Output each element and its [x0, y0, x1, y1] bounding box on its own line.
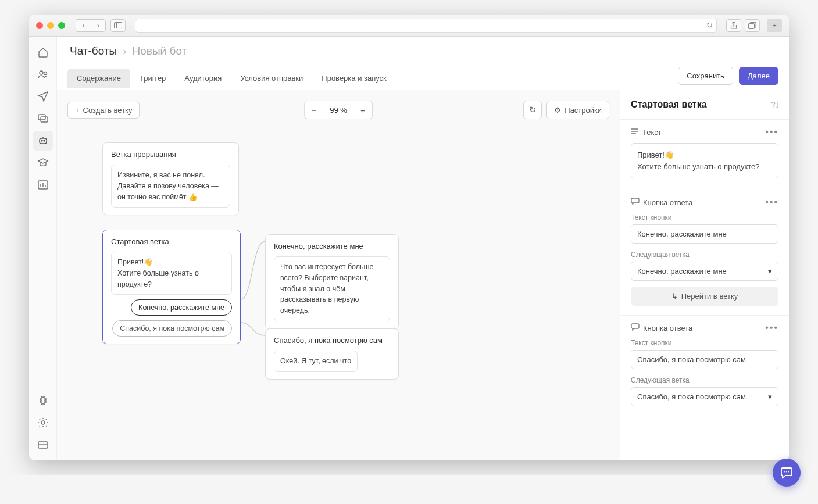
- gear-icon: ⚙: [554, 106, 561, 115]
- section-label: Кнопка ответа: [643, 324, 692, 333]
- field-label: Текст кнопки: [631, 339, 778, 347]
- next-branch-select-2[interactable]: Спасибо, я пока посмотрю сам ▾: [631, 387, 778, 406]
- create-branch-button[interactable]: + Создать ветку: [67, 102, 140, 119]
- node-branch-yes[interactable]: Конечно, расскажите мне Что вас интересу…: [265, 234, 399, 329]
- field-label: Следующая ветка: [631, 251, 778, 259]
- sidebar-send[interactable]: [33, 87, 53, 106]
- chevron-right-icon: ›: [123, 45, 126, 58]
- node-branch-no[interactable]: Спасибо, я пока посмотрю сам Окей. Я тут…: [265, 328, 399, 380]
- sidebar-billing[interactable]: [33, 435, 53, 455]
- node-message: Что вас интересует больше всего? Выберит…: [274, 256, 390, 321]
- tab-trigger[interactable]: Триггер: [130, 69, 175, 88]
- node-interrupt[interactable]: Ветка прерывания Извините, я вас не поня…: [102, 142, 239, 215]
- tab-audience[interactable]: Аудитория: [175, 69, 231, 88]
- breadcrumb: Чат-боты › Новый бот: [57, 37, 789, 61]
- node-title: Конечно, расскажите мне: [274, 242, 390, 251]
- refresh-canvas-button[interactable]: ↻: [523, 101, 542, 119]
- create-branch-label: Создать ветку: [83, 106, 133, 115]
- node-title: Спасибо, я пока посмотрю сам: [274, 336, 390, 345]
- sidebar-home[interactable]: [33, 42, 53, 62]
- section-label: Текст: [642, 128, 662, 137]
- app-sidebar: [29, 37, 57, 460]
- svg-rect-0: [115, 23, 122, 28]
- svg-rect-18: [631, 324, 639, 328]
- help-icon[interactable]: ?⃝: [771, 100, 778, 109]
- save-button[interactable]: Сохранить: [678, 67, 733, 85]
- node-title: Ветка прерывания: [111, 150, 230, 159]
- tab-conditions[interactable]: Условия отправки: [231, 69, 312, 88]
- svg-rect-12: [38, 442, 48, 448]
- reply-button-2[interactable]: Спасибо, я пока посмотрю сам: [112, 320, 232, 337]
- canvas-settings-button[interactable]: ⚙ Настройки: [546, 101, 609, 119]
- sidebar-education[interactable]: [33, 153, 53, 173]
- svg-rect-17: [631, 198, 639, 203]
- field-label: Текст кнопки: [631, 213, 778, 221]
- svg-point-8: [41, 140, 42, 141]
- plus-icon: +: [75, 106, 80, 115]
- sidebar-settings[interactable]: [33, 413, 53, 432]
- select-value: Конечно, расскажите мне: [637, 267, 727, 276]
- text-content-input[interactable]: [631, 143, 778, 178]
- reply-button-1[interactable]: Конечно, расскажите мне: [131, 299, 232, 316]
- go-to-branch-label: Перейти в ветку: [681, 292, 738, 301]
- window-minimize[interactable]: [47, 22, 54, 29]
- select-value: Спасибо, я пока посмотрю сам: [637, 392, 746, 401]
- sidebar-users[interactable]: [33, 65, 53, 84]
- window-titlebar: ‹ › ↻ +: [29, 15, 789, 37]
- zoom-in-button[interactable]: +: [354, 101, 373, 119]
- node-message: Извините, я вас не понял. Давайте я позо…: [111, 165, 230, 208]
- nav-back[interactable]: ‹: [76, 19, 91, 32]
- reply-icon: [631, 198, 640, 207]
- node-message: Окей. Я тут, если что: [274, 351, 358, 372]
- settings-label: Настройки: [565, 106, 602, 115]
- section-label: Кнопка ответа: [643, 198, 692, 207]
- go-to-branch-button[interactable]: ↳ Перейти в ветку: [631, 287, 778, 306]
- node-start[interactable]: Стартовая ветка Привет!👋 Хотите больше у…: [102, 230, 241, 344]
- share-icon[interactable]: [726, 19, 741, 32]
- node-message: Привет!👋 Хотите больше узнать о продукте…: [111, 252, 232, 295]
- properties-panel: Стартовая ветка ?⃝ Текст •••: [620, 90, 789, 460]
- zoom-level: 99 %: [323, 101, 354, 119]
- section-menu[interactable]: •••: [765, 323, 778, 333]
- svg-point-9: [44, 140, 45, 141]
- button-text-input-1[interactable]: [631, 224, 778, 244]
- new-tab-button[interactable]: +: [767, 19, 782, 32]
- step-tabs: Содержание Триггер Аудитория Условия отп…: [67, 69, 396, 88]
- reload-icon[interactable]: ↻: [706, 21, 713, 30]
- svg-rect-2: [749, 23, 755, 28]
- section-menu[interactable]: •••: [765, 197, 778, 208]
- chevron-down-icon: ▾: [768, 392, 772, 401]
- breadcrumb-current: Новый бот: [133, 45, 187, 58]
- field-label: Следующая ветка: [631, 376, 778, 384]
- zoom-out-button[interactable]: −: [304, 101, 323, 119]
- button-text-input-2[interactable]: [631, 350, 778, 369]
- tab-content[interactable]: Содержание: [67, 69, 130, 88]
- sidebar-integrations[interactable]: [33, 391, 53, 410]
- text-icon: [631, 128, 639, 137]
- flow-canvas[interactable]: + Создать ветку − 99 % +: [57, 90, 620, 460]
- sidebar-chat[interactable]: [33, 109, 53, 128]
- url-bar[interactable]: ↻: [135, 19, 717, 33]
- tabs-icon[interactable]: [745, 19, 760, 32]
- svg-rect-7: [40, 138, 47, 144]
- sidebar-toggle-icon[interactable]: [110, 19, 126, 32]
- tab-review[interactable]: Проверка и запуск: [312, 69, 395, 88]
- arrow-icon: ↳: [671, 292, 678, 301]
- svg-point-3: [40, 71, 43, 74]
- chevron-down-icon: ▾: [768, 267, 772, 276]
- sidebar-stats[interactable]: [33, 175, 53, 195]
- breadcrumb-root[interactable]: Чат-боты: [70, 45, 117, 58]
- reply-icon: [631, 323, 640, 333]
- node-title: Стартовая ветка: [111, 237, 232, 246]
- svg-point-4: [44, 72, 47, 75]
- svg-point-11: [41, 421, 45, 424]
- next-branch-select-1[interactable]: Конечно, расскажите мне ▾: [631, 262, 778, 281]
- window-maximize[interactable]: [58, 22, 65, 29]
- window-close[interactable]: [36, 22, 43, 29]
- nav-forward[interactable]: ›: [91, 19, 106, 32]
- sidebar-bot[interactable]: [33, 131, 53, 151]
- next-button[interactable]: Далее: [739, 67, 778, 85]
- panel-title: Стартовая ветка: [631, 99, 707, 110]
- section-menu[interactable]: •••: [765, 127, 778, 137]
